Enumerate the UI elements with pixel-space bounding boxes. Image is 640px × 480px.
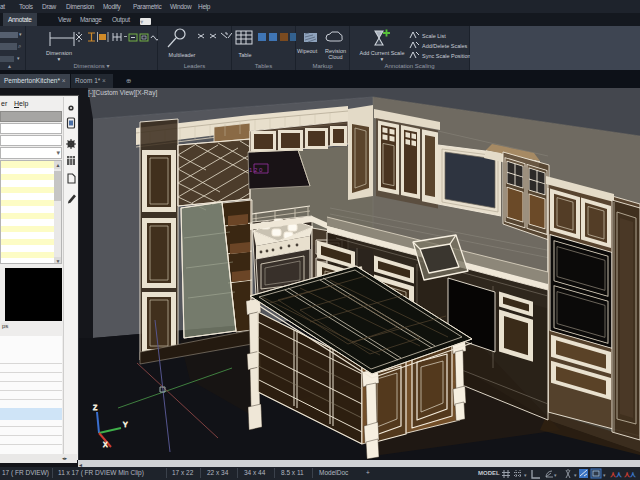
svg-text:▾: ▾: [524, 472, 527, 478]
svg-text:▾: ▾: [554, 472, 557, 478]
svg-text:Y: Y: [123, 421, 128, 428]
svg-text:⋏: ⋏: [609, 470, 616, 479]
svg-text:⋏: ⋏: [615, 470, 622, 479]
svg-text:⋏: ⋏: [623, 470, 630, 479]
svg-text:X: X: [103, 441, 108, 448]
svg-text:▾: ▾: [574, 472, 577, 478]
svg-text:Z: Z: [93, 404, 98, 411]
svg-text:▾: ▾: [603, 472, 606, 478]
svg-text:⋏: ⋏: [629, 470, 636, 479]
svg-text:1 2 0: 1 2 0: [249, 167, 263, 173]
